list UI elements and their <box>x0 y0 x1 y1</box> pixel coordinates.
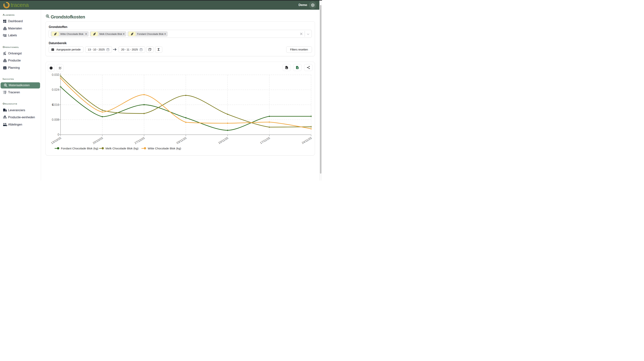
svg-text:20/10/25: 20/10/25 <box>92 136 104 145</box>
svg-text:27/10/25: 27/10/25 <box>134 136 145 145</box>
svg-text:0: 0 <box>58 133 59 136</box>
svg-text:0.024: 0.024 <box>52 88 59 91</box>
svg-text:0.008: 0.008 <box>52 118 59 121</box>
svg-text:10/11/25: 10/11/25 <box>218 136 229 144</box>
svg-text:17/11/25: 17/11/25 <box>260 136 270 144</box>
svg-text:€: € <box>52 103 54 106</box>
svg-text:0.032: 0.032 <box>52 73 59 76</box>
svg-text:03/11/25: 03/11/25 <box>176 136 187 144</box>
svg-text:13/10/25: 13/10/25 <box>50 136 62 145</box>
svg-text:24/11/25: 24/11/25 <box>301 136 312 144</box>
